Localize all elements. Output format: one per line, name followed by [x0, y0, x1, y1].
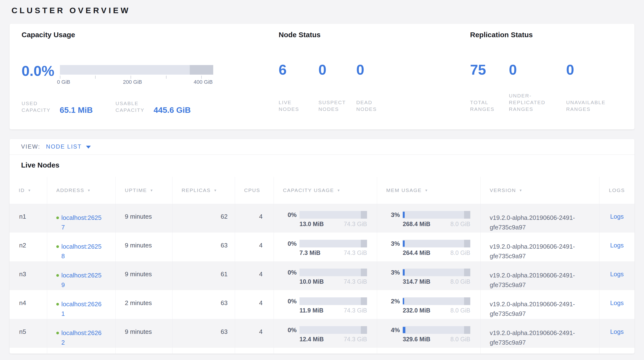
meter-bar	[300, 326, 367, 334]
cell-version: v19.2.0-alpha.20190606-2491-gfe735c9a97	[480, 319, 600, 348]
replicas-value: 63	[221, 328, 228, 335]
capacity-section: Capacity Usage 0.0% 0 GiB 200 GiB	[10, 24, 279, 129]
meter-used-value: 232.0 MiB	[403, 307, 430, 314]
live-nodes-title: Live Nodes	[10, 155, 634, 177]
meter-total-value: 74.3 GiB	[344, 221, 367, 228]
big-stat-label-line: SUSPECT	[318, 99, 346, 106]
meter-bar-fill	[403, 327, 406, 333]
node-id: n1	[19, 213, 26, 220]
address-link[interactable]: localhost:26258	[61, 242, 104, 261]
page-title: CLUSTER OVERVIEW	[12, 6, 644, 15]
meter-percent: 0%	[274, 211, 296, 219]
axis-tick-label: 0 GiB	[57, 79, 70, 85]
big-stat-label-lines: UNDER-REPLICATEDRANGES	[509, 92, 545, 113]
cell-logs: Logs	[600, 290, 634, 319]
meter-percent: 0%	[274, 326, 296, 334]
live-status-dot-icon	[56, 303, 59, 305]
meter-row: 0%	[274, 326, 377, 334]
cell-mem-usage: 3%314.7 MiB8.0 GiB	[377, 261, 480, 290]
header-label: UPTIME	[125, 188, 147, 193]
header-cell-capacity[interactable]: CAPACITY USAGE▼	[274, 177, 377, 204]
address-link[interactable]: localhost:26261	[61, 299, 104, 318]
cell-uptime: 9 minutes	[116, 319, 172, 348]
capacity-gauge: 0.0% 0 GiB 200 GiB 400 GiB	[22, 63, 279, 85]
meter-values: 329.6 MiB8.0 GiB	[403, 336, 470, 343]
capacity-bar-usable	[60, 65, 190, 75]
cell-mem-usage: 3%264.4 MiB8.0 GiB	[377, 233, 480, 261]
meter-used-value: 7.3 MiB	[300, 249, 320, 256]
big-stat-value: 0	[356, 62, 377, 78]
cell-cpus: 4	[235, 261, 274, 290]
logs-link[interactable]: Logs	[610, 213, 624, 220]
meter-bar	[403, 269, 470, 276]
meter-row: 4%	[377, 326, 480, 334]
meter-bar	[403, 211, 470, 219]
meter-bar	[300, 211, 367, 219]
version-value: v19.2.0-alpha.20190606-2491-gfe735c9a97	[490, 270, 595, 290]
meter-bar-fill	[403, 212, 405, 218]
uptime-value: 9 minutes	[125, 242, 152, 249]
node-list-dropdown[interactable]: NODE LIST	[46, 143, 91, 150]
meter-row: 0%	[274, 297, 377, 305]
capacity-stats: USEDCAPACITY65.1 MiBUSABLECAPACITY445.6 …	[22, 100, 279, 113]
sort-arrow-icon: ▼	[150, 189, 154, 192]
meter-bar-fill	[403, 298, 404, 304]
big-stat: 0UNAVAILABLERANGES	[566, 62, 606, 113]
meter-total-value: 8.0 GiB	[450, 221, 470, 228]
address-link[interactable]: localhost:26257	[61, 213, 104, 232]
address-link[interactable]: localhost:26259	[61, 270, 104, 290]
version-value: v19.2.0-alpha.20190606-2491-gfe735c9a97	[490, 242, 595, 261]
capacity-stat: USABLECAPACITY445.6 GiB	[116, 100, 191, 113]
header-cell-replicas[interactable]: REPLICAS▼	[172, 177, 235, 204]
capacity-axis-labels: 0 GiB 200 GiB 400 GiB	[60, 79, 213, 85]
header-label: REPLICAS	[182, 188, 210, 193]
meter-percent: 3%	[377, 269, 400, 276]
meter-bar	[403, 297, 470, 305]
meter-total-value: 8.0 GiB	[450, 307, 470, 314]
cell-id: n3	[10, 261, 47, 290]
cell-mem	[377, 348, 480, 353]
header-cell-logs: LOGS	[600, 177, 634, 204]
capacity-bar	[60, 65, 213, 75]
live-status-dot-icon	[56, 274, 59, 277]
logs-link[interactable]: Logs	[610, 299, 624, 306]
sort-arrow-icon: ▼	[424, 189, 428, 192]
capacity-title: Capacity Usage	[22, 31, 279, 39]
header-cell-mem[interactable]: MEM USAGE▼	[377, 177, 480, 204]
cell-address	[47, 348, 116, 353]
meter-bar	[403, 240, 470, 247]
address: localhost:26259	[56, 270, 116, 290]
cell-version: v19.2.0-alpha.20190606-2491-gfe735c9a97	[480, 261, 600, 290]
meter-bar-tail	[464, 326, 470, 334]
header-cell-uptime[interactable]: UPTIME▼	[116, 177, 172, 204]
meter-row: 0%	[274, 269, 377, 276]
cell-id	[10, 348, 47, 353]
big-stat-label-line: TOTAL	[470, 99, 494, 106]
big-stat-label-lines: TOTALRANGES	[470, 99, 494, 113]
cell-address: localhost:26259	[47, 261, 116, 290]
big-stat-label-line: NODES	[318, 106, 346, 113]
meter-percent: 4%	[377, 326, 400, 334]
cell-logs	[600, 348, 634, 353]
cell-cpus: 4	[235, 319, 274, 348]
meter-values: 13.0 MiB74.3 GiB	[300, 221, 367, 228]
replicas-value: 61	[221, 270, 228, 278]
cell-logs: Logs	[600, 233, 634, 261]
logs-link[interactable]: Logs	[610, 328, 624, 335]
address-link[interactable]: localhost:26262	[61, 328, 104, 347]
cell-uptime	[116, 348, 172, 353]
header-cell-id[interactable]: ID▼	[10, 177, 47, 204]
logs-link[interactable]: Logs	[610, 242, 624, 249]
header-cell-version[interactable]: VERSION▼	[480, 177, 600, 204]
big-stat-label-line: UNDER-	[509, 92, 545, 99]
logs-link[interactable]: Logs	[610, 270, 624, 278]
meter-values: 11.9 MiB74.3 GiB	[300, 307, 367, 314]
big-stat: 6LIVENODES	[279, 62, 318, 113]
node-list-dropdown-value: NODE LIST	[46, 143, 82, 150]
header-cell-address[interactable]: ADDRESS▼	[47, 177, 116, 204]
cell-version: v19.2.0-alpha.20190606-2491-gfe735c9a97	[480, 290, 600, 319]
meter-values: 232.0 MiB8.0 GiB	[403, 307, 470, 314]
header-label: CPUS	[244, 188, 260, 193]
cell-version	[480, 348, 600, 353]
node-id: n3	[19, 270, 26, 278]
